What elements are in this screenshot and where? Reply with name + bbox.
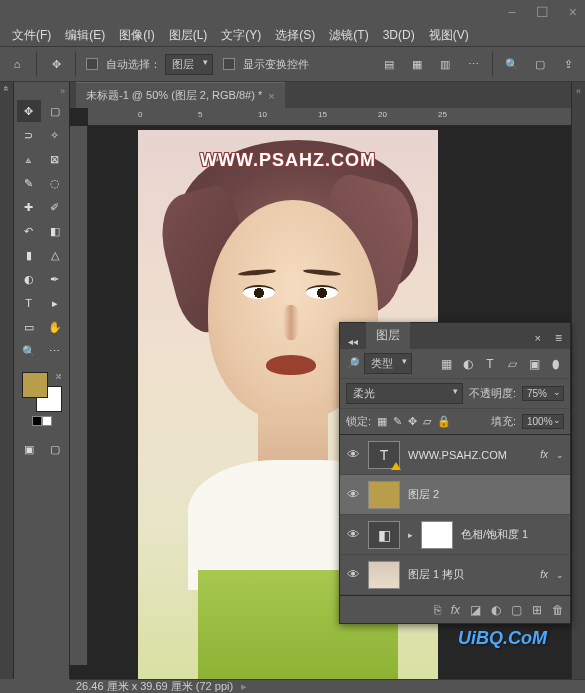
edit-toolbar[interactable]: ⋯ — [43, 340, 67, 362]
lock-artboard-icon[interactable]: ▱ — [423, 415, 431, 428]
wand-tool[interactable]: ✧ — [43, 124, 67, 146]
visibility-toggle[interactable]: 👁 — [346, 527, 360, 542]
panel-collapse-icon[interactable]: ◂◂ — [344, 334, 362, 349]
menu-image[interactable]: 图像(I) — [115, 25, 158, 46]
fill-input[interactable]: 100% — [522, 414, 564, 429]
filter-pixel-icon[interactable]: ▦ — [438, 356, 454, 372]
layers-tab[interactable]: 图层 — [366, 322, 410, 349]
lock-all-icon[interactable]: 🔒 — [437, 415, 451, 428]
align-icon-1[interactable]: ▤ — [380, 55, 398, 73]
auto-select-dropdown[interactable]: 图层 — [165, 54, 213, 75]
home-icon[interactable]: ⌂ — [8, 55, 26, 73]
layer-mask-icon[interactable]: ◪ — [470, 603, 481, 617]
menu-edit[interactable]: 编辑(E) — [61, 25, 109, 46]
new-layer-icon[interactable]: ⊞ — [532, 603, 542, 617]
hand-tool[interactable]: ✋ — [43, 316, 67, 338]
layer-row[interactable]: 👁 图层 1 拷贝 fx ⌄ — [340, 555, 570, 595]
right-dock-strip[interactable]: « — [571, 82, 585, 693]
blur-tool[interactable]: △ — [43, 244, 67, 266]
lock-pixels-icon[interactable]: ✎ — [393, 415, 402, 428]
menu-view[interactable]: 视图(V) — [425, 25, 473, 46]
panel-close-icon[interactable]: × — [531, 330, 545, 346]
close-button[interactable]: × — [569, 4, 577, 20]
link-layers-icon[interactable]: ⎘ — [434, 603, 441, 617]
layer-fx-icon[interactable]: fx — [451, 603, 460, 617]
group-icon[interactable]: ▢ — [511, 603, 522, 617]
pen-tool[interactable]: ✒ — [43, 268, 67, 290]
link-icon[interactable]: ▸ — [408, 530, 413, 540]
path-select-tool[interactable]: ▸ — [43, 292, 67, 314]
lasso-tool[interactable]: ⊃ — [17, 124, 41, 146]
filter-smart-icon[interactable]: ▣ — [526, 356, 542, 372]
filter-type-dropdown[interactable]: 类型 — [364, 353, 412, 374]
lock-position-icon[interactable]: ✥ — [408, 415, 417, 428]
layer-name[interactable]: WWW.PSAHZ.COM — [408, 449, 532, 461]
layer-name[interactable]: 色相/饱和度 1 — [461, 527, 564, 542]
quickmask-tool[interactable]: ▣ — [17, 438, 41, 460]
layer-row[interactable]: 👁 图层 2 — [340, 475, 570, 515]
workspace-icon[interactable]: ▢ — [531, 55, 549, 73]
layer-name[interactable]: 图层 2 — [408, 487, 564, 502]
healing-tool[interactable]: ✚ — [17, 196, 41, 218]
zoom-tool[interactable]: 🔍 — [17, 340, 41, 362]
filter-search-icon[interactable]: 🔎 — [346, 357, 360, 370]
visibility-toggle[interactable]: 👁 — [346, 487, 360, 502]
history-brush-tool[interactable]: ↶ — [17, 220, 41, 242]
layer-thumb-image[interactable] — [368, 561, 400, 589]
screenmode-tool[interactable]: ▢ — [43, 438, 67, 460]
menu-type[interactable]: 文字(Y) — [217, 25, 265, 46]
filter-shape-icon[interactable]: ▱ — [504, 356, 520, 372]
chevron-down-icon[interactable]: ⌄ — [556, 570, 564, 580]
type-tool[interactable]: T — [17, 292, 41, 314]
status-chevron-icon[interactable]: ▸ — [241, 680, 247, 693]
menu-file[interactable]: 文件(F) — [8, 25, 55, 46]
fx-badge[interactable]: fx — [540, 569, 548, 580]
menu-select[interactable]: 选择(S) — [271, 25, 319, 46]
transform-checkbox[interactable] — [223, 58, 235, 70]
gradient-tool[interactable]: ▮ — [17, 244, 41, 266]
filter-toggle-icon[interactable]: ⬮ — [548, 356, 564, 372]
align-icon-3[interactable]: ▥ — [436, 55, 454, 73]
menu-layer[interactable]: 图层(L) — [165, 25, 212, 46]
move-tool-icon[interactable]: ✥ — [47, 55, 65, 73]
align-icon-2[interactable]: ▦ — [408, 55, 426, 73]
layer-thumb-text[interactable]: T — [368, 441, 400, 469]
panel-menu-icon[interactable]: ≡ — [551, 327, 566, 349]
brush-tool[interactable]: ✐ — [43, 196, 67, 218]
share-icon[interactable]: ⇪ — [559, 55, 577, 73]
document-tab[interactable]: 未标题-1 @ 50% (图层 2, RGB/8#) * × — [76, 82, 285, 108]
menu-filter[interactable]: 滤镜(T) — [325, 25, 372, 46]
layer-row[interactable]: 👁 T WWW.PSAHZ.COM fx ⌄ — [340, 435, 570, 475]
foreground-color-swatch[interactable] — [22, 372, 48, 398]
minimize-button[interactable]: − — [508, 4, 516, 20]
filter-type-icon[interactable]: T — [482, 356, 498, 372]
eyedropper-tool[interactable]: ✎ — [17, 172, 41, 194]
tab-close-icon[interactable]: × — [268, 90, 274, 102]
shape-tool[interactable]: ▭ — [17, 316, 41, 338]
default-colors-icon[interactable] — [32, 416, 52, 426]
adjustment-layer-icon[interactable]: ◐ — [491, 603, 501, 617]
swap-colors-icon[interactable]: ⤭ — [55, 372, 62, 381]
layer-thumb-adjust[interactable]: ◧ — [368, 521, 400, 549]
lock-transparency-icon[interactable]: ▦ — [377, 415, 387, 428]
fx-badge[interactable]: fx — [540, 449, 548, 460]
layer-mask-thumb[interactable] — [421, 521, 453, 549]
toolbox-collapse-icon[interactable]: » — [16, 86, 67, 98]
maximize-button[interactable]: ☐ — [536, 4, 549, 20]
move-tool[interactable]: ✥ — [17, 100, 41, 122]
left-collapse-strip[interactable]: « — [0, 82, 14, 679]
menu-3d[interactable]: 3D(D) — [379, 26, 419, 44]
layer-row[interactable]: 👁 ◧ ▸ 色相/饱和度 1 — [340, 515, 570, 555]
delete-layer-icon[interactable]: 🗑 — [552, 603, 564, 617]
blend-mode-dropdown[interactable]: 柔光 — [346, 383, 463, 404]
layer-thumb-color[interactable] — [368, 481, 400, 509]
visibility-toggle[interactable]: 👁 — [346, 447, 360, 462]
frame-tool[interactable]: ⊠ — [43, 148, 67, 170]
dodge-tool[interactable]: ◐ — [17, 268, 41, 290]
chevron-down-icon[interactable]: ⌄ — [556, 450, 564, 460]
marquee-tool[interactable]: ▢ — [43, 100, 67, 122]
layer-name[interactable]: 图层 1 拷贝 — [408, 567, 532, 582]
visibility-toggle[interactable]: 👁 — [346, 567, 360, 582]
eraser-tool[interactable]: ◧ — [43, 220, 67, 242]
selection-tool[interactable]: ◌ — [43, 172, 67, 194]
